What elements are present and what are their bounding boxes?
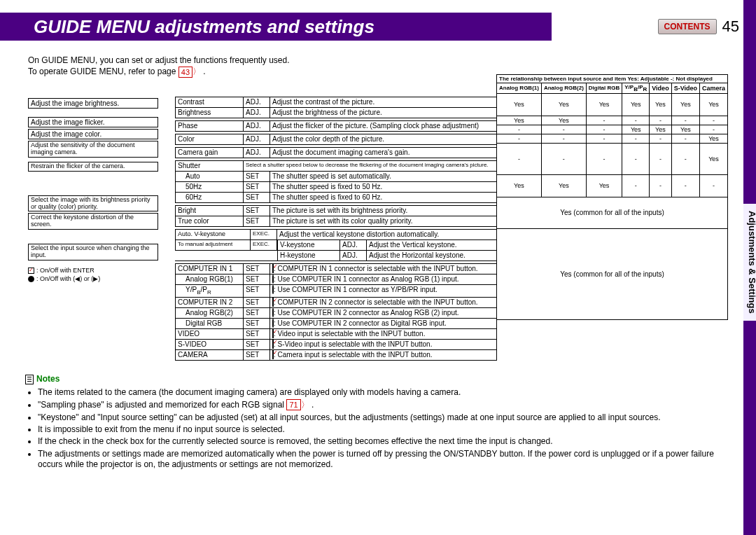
col-argb1: Analog RGB(1) bbox=[497, 83, 542, 94]
header-title-bg: GUIDE MENU adjustments and settings bbox=[13, 13, 552, 41]
col-ypbpr: Y/PB/PR bbox=[622, 83, 650, 94]
desc: Adjust the flicker of the picture. (Samp… bbox=[270, 121, 497, 131]
cell-50hz: 50Hz bbox=[175, 182, 244, 192]
cell-ypbpr: Y/PB/PR bbox=[175, 285, 244, 297]
matrix-row: YesYesYesYesYesYesYes bbox=[497, 93, 728, 116]
cell-vkey: V-keystone bbox=[277, 240, 340, 250]
desc: : Use COMPUTER IN 2 connector as Analog … bbox=[270, 308, 497, 318]
cell-camgain: Camera gain bbox=[175, 148, 244, 158]
cell-camera: CAMERA bbox=[175, 350, 244, 360]
checkbox-icon bbox=[28, 268, 34, 274]
desc: Adjust the contrast of the picture. bbox=[270, 97, 497, 107]
desc: : S-Video input is selectable with the I… bbox=[270, 340, 497, 349]
notes-header: Notes bbox=[25, 374, 736, 384]
checkbox-icon bbox=[272, 340, 274, 349]
intro-line2a: To operate GUIDE MENU, refer to page bbox=[28, 67, 178, 76]
desc: Adjust the color depth of the picture. bbox=[270, 134, 497, 144]
desc: : Use COMPUTER IN 1 connector as Analog … bbox=[270, 275, 497, 284]
block-inputs: COMPUTER IN 1SET: COMPUTER IN 1 connecto… bbox=[175, 263, 497, 361]
header-accent bbox=[0, 13, 13, 41]
desc: : COMPUTER IN 1 connector is selectable … bbox=[270, 264, 497, 274]
intro-line2b: . bbox=[203, 67, 205, 76]
desc: : Video input is selectable with the INP… bbox=[270, 329, 497, 339]
checkbox-icon bbox=[272, 298, 274, 307]
tag: SET bbox=[244, 308, 270, 318]
cell-video: VIDEO bbox=[175, 329, 244, 339]
page-header: GUIDE MENU adjustments and settings CONT… bbox=[13, 13, 743, 41]
legend-1: : On/Off with ENTER bbox=[36, 267, 94, 274]
cell-tomanual: To manual adjustment bbox=[175, 240, 251, 250]
checkbox-icon bbox=[272, 350, 274, 359]
desc: : Use COMPUTER IN 1 connector as Y/PB/PR… bbox=[270, 285, 497, 297]
tag: SET bbox=[244, 264, 270, 274]
col-svideo: S-Video bbox=[671, 83, 699, 94]
contents-button[interactable]: CONTENTS bbox=[658, 19, 717, 34]
tag: ADJ. bbox=[244, 148, 270, 158]
radio-icon bbox=[28, 276, 34, 282]
hint-input: Select the input source when changing th… bbox=[28, 244, 158, 260]
matrix-row: ------Yes bbox=[497, 134, 728, 143]
tag: SET bbox=[244, 193, 270, 202]
desc: Select a shutter speed below to decrease… bbox=[244, 161, 497, 171]
cell-svideo: S-VIDEO bbox=[175, 340, 244, 349]
desc: The picture is set with its brightness p… bbox=[270, 206, 497, 216]
note-item: "Sampling phase" is adjusted and memoriz… bbox=[38, 399, 736, 410]
tag: ADJ. bbox=[244, 121, 270, 131]
tag: ADJ. bbox=[340, 251, 367, 260]
matrix-common-1: Yes (common for all of the inputs) bbox=[497, 197, 728, 228]
cell-cin1: COMPUTER IN 1 bbox=[175, 264, 244, 274]
tag: SET bbox=[244, 350, 270, 360]
desc: : Camera input is selectable with the IN… bbox=[270, 350, 497, 360]
desc: The shutter speed is fixed to 50 Hz. bbox=[270, 182, 497, 192]
cell-hkey: H-keystone bbox=[277, 251, 340, 260]
hint-keystone: Correct the keystone distortion of the s… bbox=[28, 213, 158, 230]
diagram-area: Adjust the image brightness. Adjust the … bbox=[28, 83, 728, 363]
checkbox-icon bbox=[272, 264, 274, 273]
tag: SET bbox=[244, 182, 270, 192]
desc: Adjust the document imaging camera's gai… bbox=[270, 148, 497, 158]
desc: The shutter speed is set automatically. bbox=[270, 172, 497, 181]
tag: ADJ. bbox=[244, 134, 270, 144]
note-item: The items related to the camera (the doc… bbox=[38, 387, 736, 398]
notes-icon bbox=[25, 375, 34, 384]
hints-column: Adjust the image brightness. Adjust the … bbox=[28, 83, 158, 363]
page-ref-71[interactable]: 71 bbox=[286, 399, 300, 410]
chevron-icon: 〉 bbox=[301, 400, 309, 410]
hint-camera-gain: Adjust the sensitivity of the document i… bbox=[28, 141, 158, 158]
page-number: 45 bbox=[722, 18, 739, 36]
desc: The picture is set with its color qualit… bbox=[270, 216, 497, 226]
cell-bright: Bright bbox=[175, 206, 244, 216]
desc: : COMPUTER IN 2 connector is selectable … bbox=[270, 298, 497, 307]
cell-auto: Auto bbox=[175, 172, 244, 181]
compatibility-matrix: The relationship between input source an… bbox=[496, 74, 728, 320]
tag: EXEC. bbox=[251, 230, 277, 239]
note-item: It is impossible to exit from the menu i… bbox=[38, 424, 736, 435]
section-tab: Adjustments & Settings bbox=[743, 203, 756, 321]
block-priority: BrightSETThe picture is set with its bri… bbox=[175, 205, 497, 227]
note-item: If the check in the check box for the cu… bbox=[38, 436, 736, 447]
page-ref-43[interactable]: 43 bbox=[178, 67, 192, 78]
tag: SET bbox=[244, 216, 270, 226]
tag: SET bbox=[244, 329, 270, 339]
chevron-icon: 〉 bbox=[192, 67, 201, 76]
legend: : On/Off with ENTER : On/Off with (◀) or… bbox=[28, 266, 158, 283]
note-item: The adjustments or settings made are mem… bbox=[38, 449, 736, 471]
matrix-row: YesYes----- bbox=[497, 116, 728, 125]
desc: The shutter speed is fixed to 60 Hz. bbox=[270, 193, 497, 202]
tag: SET bbox=[244, 319, 270, 328]
desc: Adjust the Vertical keystone. bbox=[367, 240, 497, 250]
hint-flicker: Adjust the image flicker. bbox=[28, 117, 158, 127]
tag: SET bbox=[244, 172, 270, 181]
settings-rows: ContrastADJ.Adjust the contrast of the p… bbox=[175, 83, 497, 363]
notes-section: Notes The items related to the camera (t… bbox=[25, 374, 736, 471]
matrix-row: ------Yes bbox=[497, 143, 728, 174]
col-video: Video bbox=[650, 83, 671, 94]
cell-contrast: Contrast bbox=[175, 97, 244, 107]
cell-shutter: Shutter bbox=[175, 161, 244, 171]
matrix-row: YesYesYes---- bbox=[497, 174, 728, 197]
desc: Adjust the brightness of the picture. bbox=[270, 108, 497, 118]
hint-color: Adjust the image color. bbox=[28, 129, 158, 139]
hint-shutter: Restrain the flicker of the camera. bbox=[28, 162, 158, 172]
page-title: GUIDE MENU adjustments and settings bbox=[34, 16, 374, 38]
tag: SET bbox=[244, 298, 270, 307]
